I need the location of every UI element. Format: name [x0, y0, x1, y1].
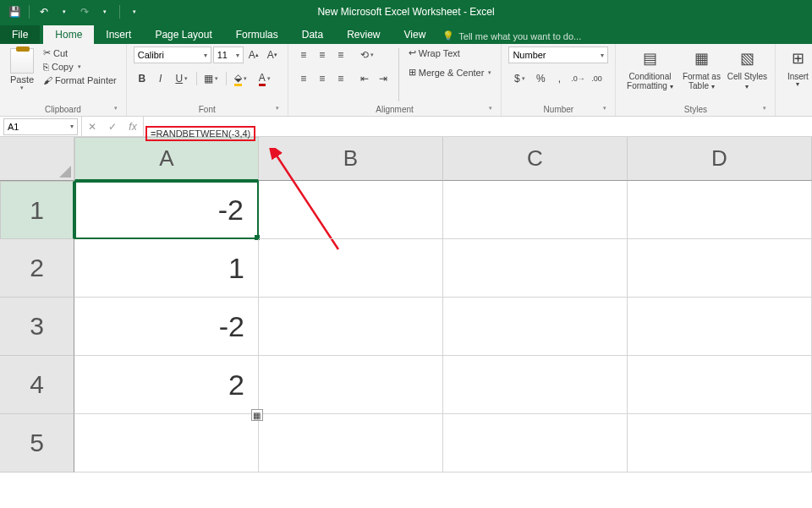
tab-insert[interactable]: Insert [94, 25, 143, 44]
fx-icon[interactable]: fx [123, 117, 143, 136]
bulb-icon: 💡 [442, 30, 454, 41]
cell-B1[interactable] [259, 181, 443, 239]
fill-color-icon[interactable]: ⬙ [230, 70, 252, 87]
tab-home[interactable]: Home [43, 25, 94, 44]
tab-data[interactable]: Data [290, 25, 335, 44]
cell-A2[interactable]: 1 [74, 239, 259, 298]
number-format-select[interactable]: Number▾ [508, 46, 608, 63]
qat-dd-icon[interactable]: ▾ [57, 4, 72, 19]
align-middle-icon[interactable]: ≡ [314, 46, 331, 63]
qat-custom-icon[interactable]: ▾ [127, 4, 142, 19]
align-right-icon[interactable]: ≡ [332, 70, 349, 87]
row-header-2[interactable]: 2 [0, 239, 74, 298]
clipboard-group-label: Clipboard [7, 103, 119, 116]
cell-B5[interactable] [259, 414, 443, 472]
format-painter-button[interactable]: 🖌Format Painter [41, 74, 119, 86]
select-all-corner[interactable] [0, 137, 74, 181]
worksheet-grid[interactable]: A B C D 1 -2 2 1 3 -2 4 2 5 ▦ [0, 137, 812, 472]
grow-font-icon[interactable]: A▴ [245, 46, 262, 63]
conditional-formatting-button[interactable]: ▤ Conditional Formatting ▾ [623, 46, 677, 103]
dec-decimal-icon[interactable]: .00 [588, 70, 605, 87]
font-group-label: Font [134, 103, 281, 116]
row-header-5[interactable]: 5 [0, 414, 74, 472]
tab-formulas[interactable]: Formulas [224, 25, 290, 44]
paste-button[interactable]: Paste ▾ [7, 46, 37, 103]
font-name-select[interactable]: Calibri▾ [134, 46, 211, 63]
cell-C5[interactable] [443, 414, 628, 472]
format-as-table-button[interactable]: ▦ Format as Table ▾ [680, 46, 722, 103]
dec-indent-icon[interactable]: ⇤ [356, 70, 373, 87]
insert-cells-button[interactable]: ⊞ Insert ▾ [782, 46, 812, 103]
tab-file[interactable]: File [0, 25, 40, 44]
qat-dd2-icon[interactable]: ▾ [97, 4, 112, 19]
insert-cells-icon: ⊞ [787, 48, 809, 70]
cut-button[interactable]: ✂Cut [41, 46, 119, 59]
accounting-icon[interactable]: $ [508, 70, 530, 87]
row-header-4[interactable]: 4 [0, 356, 74, 414]
cell-C2[interactable] [443, 239, 628, 298]
tab-review[interactable]: Review [335, 25, 392, 44]
tell-me[interactable]: 💡 Tell me what you want to do... [442, 30, 581, 44]
ribbon-tabs: File Home Insert Page Layout Formulas Da… [0, 24, 812, 44]
font-size-select[interactable]: 11▾ [213, 46, 244, 63]
cell-C3[interactable] [443, 298, 628, 356]
merge-center-button[interactable]: ⊞Merge & Center▾ [406, 66, 495, 79]
cell-C4[interactable] [443, 356, 628, 414]
title-bar: 💾 ↶ ▾ ↷ ▾ ▾ New Microsoft Excel Workshee… [0, 0, 812, 24]
underline-icon[interactable]: U [171, 70, 193, 87]
styles-group-label: Styles [623, 103, 768, 116]
orientation-icon[interactable]: ⟲ [356, 46, 378, 63]
inc-indent-icon[interactable]: ⇥ [375, 70, 392, 87]
cancel-formula-icon[interactable]: ✕ [82, 117, 102, 136]
cell-A3[interactable]: -2 [74, 298, 259, 356]
cell-B4[interactable] [259, 356, 443, 414]
italic-icon[interactable]: I [152, 70, 169, 87]
cell-B3[interactable] [259, 298, 443, 356]
font-color-icon[interactable]: A [254, 70, 276, 87]
save-icon[interactable]: 💾 [7, 4, 22, 19]
wrap-icon: ↩ [409, 47, 416, 58]
cell-A1[interactable]: -2 [74, 181, 259, 239]
align-center-icon[interactable]: ≡ [314, 70, 331, 87]
enter-formula-icon[interactable]: ✓ [102, 117, 123, 136]
scissors-icon: ✂ [43, 47, 51, 58]
cf-icon: ▤ [639, 48, 661, 70]
percent-icon[interactable]: % [532, 70, 549, 87]
comma-icon[interactable]: , [551, 70, 568, 87]
row-header-1[interactable]: 1 [0, 181, 74, 239]
col-header-A[interactable]: A [74, 137, 259, 181]
col-header-B[interactable]: B [259, 137, 443, 181]
inc-decimal-icon[interactable]: .0→ [569, 70, 586, 87]
name-box[interactable]: A1▾ [3, 118, 78, 135]
col-header-D[interactable]: D [628, 137, 812, 181]
tab-view[interactable]: View [392, 25, 438, 44]
redo-icon[interactable]: ↷ [77, 4, 92, 19]
wrap-text-button[interactable]: ↩Wrap Text [406, 46, 495, 59]
undo-icon[interactable]: ↶ [36, 4, 52, 19]
bold-icon[interactable]: B [134, 70, 151, 87]
cell-styles-button[interactable]: ▧ Cell Styles ▾ [726, 46, 768, 103]
col-header-C[interactable]: C [443, 137, 628, 181]
cell-B2[interactable] [259, 239, 443, 298]
tab-pagelayout[interactable]: Page Layout [143, 25, 223, 44]
cell-D1[interactable] [628, 181, 812, 239]
cell-A5[interactable]: ▦ [74, 414, 259, 472]
border-icon[interactable]: ▦ [200, 70, 222, 87]
shrink-font-icon[interactable]: A▾ [264, 46, 281, 63]
window-title: New Microsoft Excel Worksheet - Excel [317, 6, 494, 18]
cell-D5[interactable] [628, 414, 812, 472]
cell-D3[interactable] [628, 298, 812, 356]
number-group-label: Number [508, 103, 608, 116]
cell-C1[interactable] [443, 181, 628, 239]
align-left-icon[interactable]: ≡ [295, 70, 312, 87]
cell-A4[interactable]: 2 [74, 356, 259, 414]
cell-D4[interactable] [628, 356, 812, 414]
copy-icon: ⎘ [43, 62, 49, 72]
merge-icon: ⊞ [409, 67, 416, 78]
cell-D2[interactable] [628, 239, 812, 298]
align-bottom-icon[interactable]: ≡ [332, 46, 349, 63]
copy-button[interactable]: ⎘Copy▾ [41, 61, 119, 73]
row-header-3[interactable]: 3 [0, 298, 74, 356]
formula-input[interactable]: =RANDBETWEEN(-3,4) [144, 125, 812, 128]
align-top-icon[interactable]: ≡ [295, 46, 312, 63]
